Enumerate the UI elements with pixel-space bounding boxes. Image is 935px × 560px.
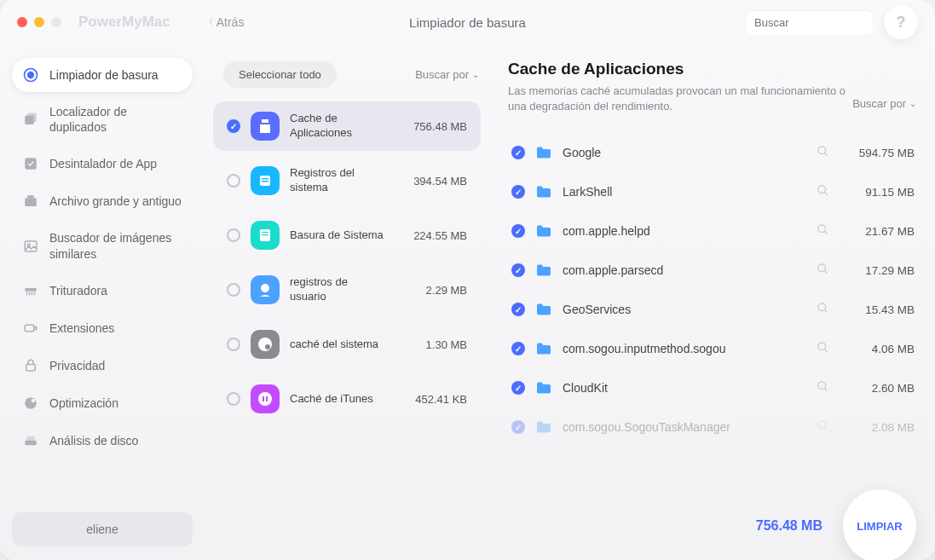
item-name: CloudKit	[563, 381, 803, 395]
svg-point-31	[817, 225, 825, 233]
svg-point-33	[817, 264, 825, 272]
item-size: 2.60 MB	[842, 382, 915, 395]
sidebar-item-uninstaller[interactable]: Desintalador de App	[12, 147, 193, 181]
item-name: com.apple.helpd	[563, 224, 803, 238]
svg-rect-22	[262, 234, 268, 235]
category-checkbox[interactable]	[227, 119, 240, 133]
category-icon	[251, 166, 280, 195]
category-icon	[251, 330, 280, 359]
category-name: Caché de iTunes	[290, 392, 387, 407]
item-size: 2.08 MB	[842, 421, 915, 434]
svg-rect-13	[26, 364, 36, 371]
sidebar-item-privacy[interactable]: Privacidad	[12, 349, 193, 383]
svg-point-39	[817, 382, 825, 390]
clean-button[interactable]: LIMPIAR	[843, 489, 916, 560]
category-row[interactable]: Registros del sistema394.54 MB	[213, 156, 481, 205]
cache-item-row[interactable]: com.apple.parsecd17.29 MB	[508, 251, 918, 290]
sidebar-item-duplicate[interactable]: Localizador de duplicados	[12, 95, 193, 143]
cache-item-row[interactable]: Google594.75 MB	[508, 133, 918, 172]
category-checkbox[interactable]	[227, 283, 240, 297]
category-checkbox[interactable]	[227, 228, 240, 242]
category-checkbox[interactable]	[227, 174, 240, 188]
preview-icon[interactable]	[813, 302, 832, 317]
svg-line-34	[824, 271, 827, 274]
svg-rect-5	[27, 113, 37, 123]
preview-icon[interactable]	[813, 145, 832, 160]
svg-rect-12	[25, 325, 34, 332]
maximize-window-button[interactable]	[51, 17, 61, 27]
category-row[interactable]: Caché de iTunes452.41 KB	[213, 374, 481, 424]
chevron-left-icon: 〈	[205, 16, 213, 28]
cleaner-icon	[22, 66, 39, 84]
svg-line-32	[824, 232, 827, 234]
select-all-button[interactable]: Seleccionar todo	[223, 61, 337, 88]
cache-item-row[interactable]: GeoServices15.43 MB	[508, 290, 918, 329]
svg-point-23	[261, 284, 269, 292]
detail-pane: Cache de Aplicaciones Las memorias caché…	[494, 44, 935, 560]
svg-point-24	[258, 338, 272, 351]
category-row[interactable]: registros de usuario2.29 MB	[213, 265, 481, 315]
svg-rect-6	[25, 159, 37, 170]
category-pane: Seleccionar todo Buscar por ⌄ Cache de A…	[205, 44, 494, 560]
sidebar-item-label: Buscador de imágenes similares	[49, 230, 182, 261]
category-size: 224.55 MB	[397, 229, 467, 242]
sidebar-item-shredder[interactable]: Trituradora	[12, 274, 193, 308]
preview-icon[interactable]	[813, 341, 832, 356]
cache-item-row[interactable]: com.apple.helpd21.67 MB	[508, 211, 918, 251]
sidebar-item-images[interactable]: Buscador de imágenes similares	[12, 222, 193, 269]
item-checkbox[interactable]	[511, 263, 525, 277]
duplicate-icon	[22, 111, 39, 128]
preview-icon[interactable]	[813, 223, 832, 239]
category-checkbox[interactable]	[227, 338, 240, 351]
svg-rect-19	[262, 181, 268, 182]
page-title: Limpiador de basura	[409, 15, 526, 30]
sidebar-item-cleaner[interactable]: Limpiador de basura	[12, 58, 193, 92]
sort-dropdown[interactable]: Buscar por ⌄	[415, 68, 479, 81]
folder-icon	[535, 146, 552, 159]
optimize-icon	[22, 395, 39, 412]
category-row[interactable]: Cache de Aplicaciones756.48 MB	[213, 101, 481, 151]
titlebar: PowerMyMac 〈 Atrás Limpiador de basura ?	[0, 0, 935, 44]
folder-icon	[535, 224, 552, 238]
sidebar-item-large-old[interactable]: Archivo grande y antiguo	[12, 184, 193, 218]
sidebar-item-label: Limpiador de basura	[49, 67, 159, 83]
help-button[interactable]: ?	[884, 5, 918, 39]
cache-item-row[interactable]: LarkShell91.15 MB	[508, 172, 918, 211]
category-name: caché del sistema	[290, 338, 387, 352]
sidebar-item-optimize[interactable]: Optimización	[12, 386, 193, 420]
cache-item-row[interactable]: CloudKit2.60 MB	[508, 368, 918, 407]
extensions-icon	[22, 320, 39, 337]
preview-icon[interactable]	[813, 184, 832, 199]
sidebar-item-extensions[interactable]: Extensiones	[12, 311, 193, 345]
item-checkbox[interactable]	[511, 381, 525, 395]
search-input[interactable]	[754, 16, 897, 29]
preview-icon[interactable]	[813, 419, 832, 435]
preview-icon[interactable]	[813, 380, 832, 395]
item-checkbox[interactable]	[511, 224, 525, 238]
category-row[interactable]: Basura de Sistema224.55 MB	[213, 211, 481, 260]
category-size: 394.54 MB	[397, 175, 467, 188]
preview-icon[interactable]	[813, 263, 832, 278]
item-checkbox[interactable]	[511, 342, 525, 355]
sidebar-item-disk[interactable]: Análisis de disco	[12, 424, 193, 458]
minimize-window-button[interactable]	[34, 17, 44, 27]
user-button[interactable]: eliene	[12, 512, 193, 546]
category-checkbox[interactable]	[227, 392, 240, 406]
cache-item-row[interactable]: com.sogou.inputmethod.sogou4.06 MB	[508, 329, 918, 368]
item-checkbox[interactable]	[511, 303, 525, 316]
back-label: Atrás	[216, 15, 245, 29]
back-button[interactable]: 〈 Atrás	[205, 15, 245, 29]
sort-label: Buscar por	[415, 68, 469, 81]
category-row[interactable]: caché del sistema1.30 MB	[213, 320, 481, 369]
search-box[interactable]	[746, 9, 874, 35]
item-checkbox[interactable]	[511, 146, 525, 159]
cache-item-row[interactable]: com.sogou.SogouTaskManager2.08 MB	[508, 407, 918, 447]
item-checkbox[interactable]	[511, 185, 525, 199]
item-size: 4.06 MB	[842, 343, 915, 355]
item-checkbox[interactable]	[511, 420, 525, 434]
close-window-button[interactable]	[17, 17, 27, 27]
svg-point-29	[817, 186, 825, 193]
item-size: 594.75 MB	[842, 147, 915, 159]
detail-sort-dropdown[interactable]: Buscar por ⌄	[852, 97, 916, 110]
sidebar-item-label: Análisis de disco	[49, 433, 138, 448]
